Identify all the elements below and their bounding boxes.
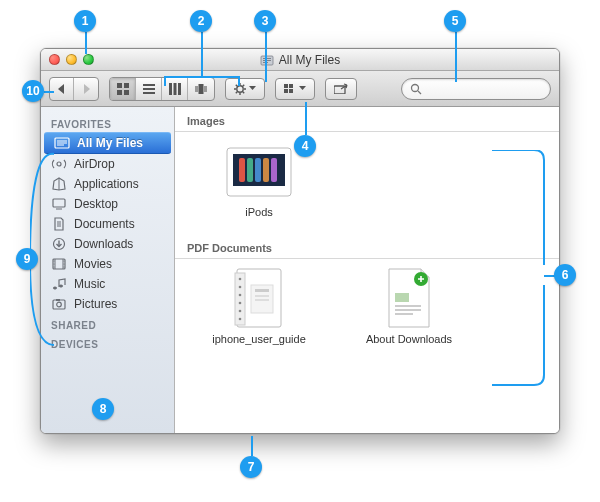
file-item[interactable]: About Downloads [349, 271, 469, 345]
svg-point-54 [63, 260, 64, 261]
zoom-button[interactable] [83, 54, 94, 65]
arrange-menu-button[interactable] [275, 78, 315, 100]
svg-point-70 [239, 286, 242, 289]
sidebar-item-movies[interactable]: Movies [41, 254, 174, 274]
sidebar-item-label: Desktop [74, 197, 118, 211]
callout-1: 1 [74, 10, 96, 32]
svg-line-25 [243, 91, 244, 92]
file-label: iphone_user_guide [199, 333, 319, 345]
svg-rect-18 [204, 86, 207, 92]
sidebar-item-label: Pictures [74, 297, 117, 311]
pdf-thumbnail [373, 271, 445, 327]
svg-rect-31 [289, 89, 293, 93]
svg-point-73 [239, 310, 242, 313]
sidebar-item-label: AirDrop [74, 157, 115, 171]
sidebar-item-documents[interactable]: Documents [41, 214, 174, 234]
search-icon [410, 83, 422, 95]
callout-6: 6 [554, 264, 576, 286]
icon-view-button[interactable] [110, 78, 136, 100]
search-input[interactable] [427, 82, 542, 96]
svg-rect-76 [255, 289, 269, 292]
image-thumbnail [223, 144, 295, 200]
sidebar-item-label: Downloads [74, 237, 133, 251]
svg-point-69 [239, 278, 242, 281]
svg-point-74 [239, 318, 242, 321]
all-my-files-icon [54, 136, 70, 150]
close-button[interactable] [49, 54, 60, 65]
sidebar-item-downloads[interactable]: Downloads [41, 234, 174, 254]
sidebar-item-label: Movies [74, 257, 112, 271]
minimize-button[interactable] [66, 54, 77, 65]
forward-button[interactable] [74, 78, 98, 100]
sidebar-section-shared: SHARED [41, 314, 174, 333]
callout-3: 3 [254, 10, 276, 32]
finder-window: All My Files [40, 48, 560, 434]
callout-8: 8 [92, 398, 114, 420]
svg-point-56 [63, 266, 64, 267]
titlebar: All My Files [41, 49, 559, 71]
svg-rect-28 [284, 84, 288, 88]
svg-rect-17 [199, 84, 204, 94]
group-heading-images: Images [175, 107, 559, 132]
list-view-button[interactable] [136, 78, 162, 100]
sidebar-item-desktop[interactable]: Desktop [41, 194, 174, 214]
callout-10: 10 [22, 80, 44, 102]
action-menu-button[interactable] [225, 78, 265, 100]
sidebar-item-pictures[interactable]: Pictures [41, 294, 174, 314]
sidebar-section-devices: DEVICES [41, 333, 174, 352]
svg-rect-78 [255, 299, 269, 301]
svg-rect-15 [178, 83, 181, 95]
coverflow-view-button[interactable] [188, 78, 214, 100]
svg-rect-83 [395, 313, 413, 315]
svg-rect-68 [235, 273, 245, 325]
svg-rect-11 [143, 88, 155, 90]
svg-rect-64 [255, 158, 261, 182]
back-button[interactable] [50, 78, 74, 100]
sidebar: FAVORITES All My Files AirDrop Applicati… [41, 107, 175, 433]
callout-7: 7 [240, 456, 262, 478]
sidebar-item-applications[interactable]: Applications [41, 174, 174, 194]
svg-rect-8 [117, 90, 122, 95]
svg-rect-77 [255, 295, 269, 297]
share-icon [334, 83, 348, 94]
sidebar-item-all-my-files[interactable]: All My Files [44, 132, 171, 154]
svg-rect-65 [263, 158, 269, 182]
svg-rect-66 [271, 158, 277, 182]
svg-point-19 [237, 85, 243, 91]
sidebar-item-airdrop[interactable]: AirDrop [41, 154, 174, 174]
sidebar-item-label: All My Files [77, 136, 143, 150]
svg-rect-16 [195, 86, 198, 92]
svg-rect-6 [117, 83, 122, 88]
pdf-thumbnail [223, 271, 295, 327]
sidebar-item-music[interactable]: Music [41, 274, 174, 294]
view-switcher [109, 77, 215, 101]
svg-rect-9 [124, 90, 129, 95]
sidebar-item-label: Applications [74, 177, 139, 191]
svg-point-72 [239, 302, 242, 305]
callout-4: 4 [294, 135, 316, 157]
sidebar-item-label: Documents [74, 217, 135, 231]
svg-line-34 [418, 91, 421, 94]
svg-point-33 [412, 84, 419, 91]
chevron-down-icon [299, 86, 306, 91]
svg-rect-7 [124, 83, 129, 88]
toolbar [41, 71, 559, 107]
sidebar-item-label: Music [74, 277, 105, 291]
arrange-icon [284, 84, 296, 94]
svg-rect-10 [143, 84, 155, 86]
window-title: All My Files [279, 53, 340, 67]
chevron-down-icon [249, 86, 256, 91]
search-field[interactable] [401, 78, 551, 100]
svg-rect-30 [284, 89, 288, 93]
file-item[interactable]: iphone_user_guide [199, 271, 319, 345]
svg-rect-12 [143, 92, 155, 94]
callout-9: 9 [16, 248, 38, 270]
callout-2: 2 [190, 10, 212, 32]
nav-buttons [49, 77, 99, 101]
svg-point-71 [239, 294, 242, 297]
svg-rect-14 [173, 83, 176, 95]
svg-rect-63 [247, 158, 253, 182]
svg-rect-62 [239, 158, 245, 182]
callout-5: 5 [444, 10, 466, 32]
share-button[interactable] [325, 78, 357, 100]
